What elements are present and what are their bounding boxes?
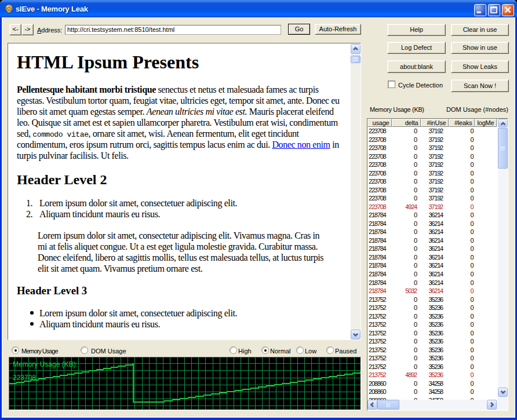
svg-text:Memory Usage (KB):: Memory Usage (KB): [13,360,78,368]
svg-text:223708: 223708 [13,374,36,382]
